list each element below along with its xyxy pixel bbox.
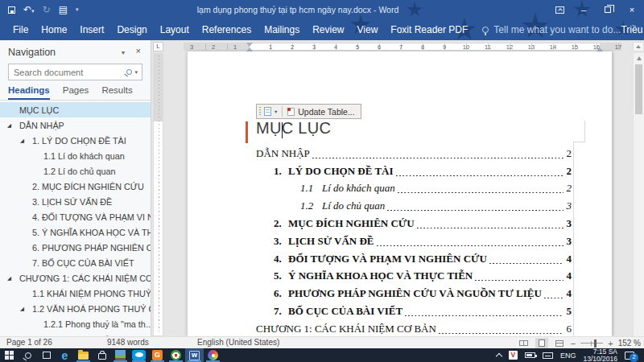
toc-entry[interactable]: 6.PHƯƠNG PHÁP NGHIÊN CỨU VÀ NGUỒN TƯ LIỆ… bbox=[256, 285, 572, 302]
toc-entry[interactable]: CHƯƠNG 1: CÁC KHÁI NIỆM CƠ BẢN6 bbox=[256, 320, 572, 338]
restore-button[interactable] bbox=[596, 0, 620, 19]
search-input[interactable] bbox=[9, 67, 126, 78]
toc-entry[interactable]: 1.1Lí do khách quan2 bbox=[256, 180, 572, 198]
ribbon-tab-mailings[interactable]: Mailings bbox=[258, 19, 306, 40]
print-preview-icon[interactable]: ▤ bbox=[59, 5, 68, 14]
touch-keyboard-icon[interactable] bbox=[543, 352, 553, 359]
redo-icon[interactable]: ↻ bbox=[43, 5, 51, 14]
scroll-up-icon[interactable] bbox=[634, 53, 644, 64]
ribbon-tab-design[interactable]: Design bbox=[110, 19, 153, 40]
nav-heading-item[interactable]: MỤC LỤC bbox=[0, 102, 151, 117]
search-icon[interactable] bbox=[126, 69, 132, 75]
taskbar-start-icon[interactable] bbox=[0, 348, 19, 362]
close-button[interactable]: × bbox=[620, 0, 644, 19]
scrollbar-thumb[interactable] bbox=[635, 64, 642, 114]
action-center-icon[interactable]: 2 bbox=[625, 352, 634, 360]
navigation-close-icon[interactable]: × bbox=[136, 46, 141, 56]
page-indicator[interactable]: Page 1 of 26 bbox=[6, 338, 52, 347]
tell-me-box[interactable]: Tell me what you want to do... bbox=[482, 24, 621, 35]
taskbar-zalo-icon[interactable] bbox=[130, 348, 148, 362]
ribbon-tab-review[interactable]: Review bbox=[306, 19, 350, 40]
web-layout-button[interactable] bbox=[553, 338, 566, 348]
search-options-icon[interactable]: ▾ bbox=[134, 69, 138, 76]
tray-expand-icon[interactable] bbox=[496, 353, 502, 360]
nav-heading-item[interactable]: 4. ĐỐI TƯỢNG VÀ PHẠM VI N... bbox=[0, 209, 151, 224]
ribbon-tab-foxit-reader-pdf[interactable]: Foxit Reader PDF bbox=[384, 19, 474, 40]
taskbar-task-view-icon[interactable] bbox=[37, 348, 56, 362]
taskbar-game-icon[interactable] bbox=[111, 348, 130, 362]
zoom-level[interactable]: 152 % bbox=[618, 339, 641, 348]
clock[interactable]: 7:15 SA 13/10/2016 bbox=[583, 348, 617, 362]
ribbon-tab-layout[interactable]: Layout bbox=[154, 19, 196, 40]
nav-heading-item[interactable]: 1.1 KHÁI NIỆM PHONG THUỶ bbox=[0, 286, 151, 301]
taskbar-coccoc-icon[interactable] bbox=[167, 348, 185, 362]
toc-entry[interactable]: 1.LÝ DO CHỌN ĐỀ TÀI2 bbox=[256, 162, 572, 180]
toc-field-icon[interactable] bbox=[264, 107, 271, 116]
taskbar-edge-browser-icon[interactable]: e bbox=[56, 348, 74, 362]
zoom-in-button[interactable]: + bbox=[608, 339, 613, 348]
language-indicator[interactable]: English (United States) bbox=[197, 338, 279, 347]
taskbar-paint-app-icon[interactable] bbox=[204, 348, 222, 362]
ribbon-display-options-button[interactable] bbox=[547, 0, 572, 19]
ribbon-tab-insert[interactable]: Insert bbox=[73, 19, 110, 40]
nav-heading-item[interactable]: ◢CHƯƠNG 1: CÁC KHÁI NIỆM CƠ... bbox=[0, 270, 151, 286]
nav-tab-results[interactable]: Results bbox=[101, 85, 132, 98]
zoom-slider-thumb[interactable] bbox=[594, 339, 597, 348]
taskbar-store-icon[interactable] bbox=[93, 348, 111, 362]
signed-in-user[interactable]: Triều Minh Phúc bbox=[621, 24, 644, 35]
toc-entry[interactable]: 4.ĐỐI TƯỢNG VÀ PHẠM VI NGHIÊN CỨU4 bbox=[256, 250, 572, 268]
toc-entry[interactable]: 3.LỊCH SỬ VẤN ĐỀ3 bbox=[256, 232, 572, 250]
toc-entry[interactable]: 2.MỤC ĐÍCH NGHIÊN CỨU3 bbox=[256, 215, 572, 232]
nav-heading-item[interactable]: 5. Ý NGHĨA KHOA HỌC VÀ TH... bbox=[0, 224, 151, 240]
expand-arrow-icon[interactable]: ◢ bbox=[20, 138, 24, 144]
nav-heading-item[interactable]: 1.2.1 Phong thuỷ là "ma th... bbox=[0, 316, 151, 331]
zoom-out-button[interactable]: − bbox=[571, 339, 576, 348]
nav-heading-item[interactable]: 2. MỤC ĐÍCH NGHIÊN CỨU bbox=[0, 179, 151, 194]
toc-entry[interactable]: DẪN NHẬP2 bbox=[256, 145, 572, 162]
vertical-scrollbar[interactable] bbox=[633, 53, 644, 336]
zoom-slider[interactable] bbox=[580, 343, 603, 343]
nav-heading-item[interactable]: 1.1 Lí do khách quan bbox=[0, 148, 151, 163]
undo-icon[interactable]: ↶▾ bbox=[23, 5, 35, 14]
minimize-button[interactable]: – bbox=[572, 0, 596, 19]
print-layout-button[interactable] bbox=[535, 338, 548, 348]
taskbar-file-explorer-icon[interactable] bbox=[74, 348, 93, 362]
word-count[interactable]: 9148 words bbox=[107, 338, 149, 347]
save-icon[interactable] bbox=[8, 6, 15, 14]
nav-tab-pages[interactable]: Pages bbox=[63, 85, 89, 98]
read-mode-button[interactable] bbox=[518, 338, 530, 348]
ribbon-tab-file[interactable]: File bbox=[6, 19, 35, 40]
nav-heading-item[interactable]: 1.2 Lí do chủ quan bbox=[0, 163, 151, 179]
expand-arrow-icon[interactable]: ◢ bbox=[7, 122, 11, 129]
expand-arrow-icon[interactable]: ◢ bbox=[20, 306, 24, 312]
first-line-indent-marker[interactable] bbox=[246, 43, 253, 47]
update-table-button[interactable]: Update Table... bbox=[298, 107, 354, 117]
taskbar-word-icon[interactable]: w bbox=[185, 348, 204, 362]
tab-stop-selector[interactable]: L bbox=[153, 42, 163, 51]
ribbon-tab-view[interactable]: View bbox=[351, 19, 385, 40]
ruler-toggle-button[interactable] bbox=[633, 42, 644, 51]
nav-tab-headings[interactable]: Headings bbox=[8, 85, 50, 100]
customize-quick-access-icon[interactable]: ▾ bbox=[76, 6, 79, 13]
toc-entry[interactable]: 7.BỐ CỤC CỦA BÀI VIẾT5 bbox=[256, 302, 572, 320]
input-language[interactable]: ENG bbox=[560, 352, 576, 360]
navigation-options-icon[interactable]: ▾ bbox=[122, 49, 125, 56]
expand-arrow-icon[interactable]: ◢ bbox=[7, 275, 11, 282]
nav-heading-item[interactable]: 3. LỊCH SỬ VẤN ĐỀ bbox=[0, 194, 151, 209]
unikey-icon[interactable]: V bbox=[509, 351, 518, 360]
toc-entry[interactable]: 1.2Lí do chủ quan3 bbox=[256, 197, 572, 215]
battery-icon[interactable] bbox=[525, 352, 535, 358]
nav-heading-item[interactable]: ◢1. LÝ DO CHỌN ĐỀ TÀI bbox=[0, 133, 151, 148]
toc-entry[interactable]: 5.Ý NGHĨA KHOA HỌC VÀ THỰC TIỄN4 bbox=[256, 268, 572, 286]
document-page[interactable]: ▾ Update Table... MỤC LỤC DẪN NHẬP21.LÝ … bbox=[188, 51, 612, 336]
toc-title[interactable]: MỤC LỤC bbox=[256, 119, 331, 138]
nav-heading-item[interactable]: ◢1.2 VĂN HOÁ PHONG THUỶ C... bbox=[0, 301, 151, 316]
nav-heading-item[interactable]: 6. PHƯƠNG PHÁP NGHIÊN C... bbox=[0, 240, 151, 255]
taskbar-search-icon[interactable] bbox=[19, 348, 37, 362]
ribbon-tab-home[interactable]: Home bbox=[35, 19, 73, 40]
nav-heading-item[interactable]: ◢DẪN NHẬP bbox=[0, 117, 151, 133]
ribbon-tab-references[interactable]: References bbox=[196, 19, 258, 40]
taskbar-g-app-icon[interactable]: G bbox=[148, 348, 167, 362]
nav-heading-item[interactable]: 7. BỐ CỤC CỦA BÀI VIẾT bbox=[0, 255, 151, 270]
toc-dropdown-icon[interactable]: ▾ bbox=[275, 109, 277, 115]
